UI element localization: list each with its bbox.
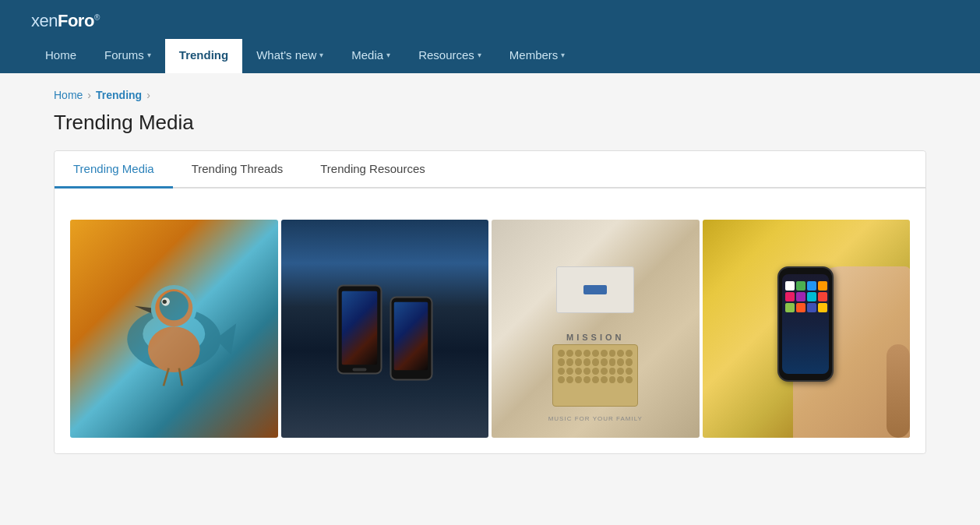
bird-illustration — [70, 220, 278, 438]
nav-item-forums[interactable]: Forums ▾ — [90, 39, 165, 73]
members-chevron-icon: ▾ — [561, 51, 565, 59]
media-item-iphone[interactable] — [703, 220, 911, 438]
nav-item-home[interactable]: Home — [31, 39, 90, 73]
trending-section: Trending Media Trending Threads Trending… — [54, 150, 926, 454]
forums-chevron-icon: ▾ — [147, 51, 151, 59]
logo-reg: ® — [94, 13, 100, 22]
page-container: Home › Trending › Trending Media Trendin… — [30, 73, 950, 470]
breadcrumb-home[interactable]: Home — [54, 89, 83, 101]
logo-part1: xen — [31, 11, 58, 30]
breadcrumb-current[interactable]: Trending — [96, 89, 142, 101]
breadcrumb: Home › Trending › — [54, 89, 926, 101]
svg-point-7 — [163, 300, 167, 304]
media-grid: MISSION MUSIC FOR YOUR FAMILY — [55, 204, 925, 453]
whats-new-chevron-icon: ▾ — [319, 51, 323, 59]
tabs-bar: Trending Media Trending Threads Trending… — [55, 151, 925, 189]
main-nav: Home Forums ▾ Trending What's new ▾ Medi… — [31, 39, 949, 73]
svg-point-4 — [160, 291, 189, 320]
breadcrumb-separator-2: › — [146, 89, 150, 101]
svg-point-8 — [148, 326, 200, 372]
media-chevron-icon: ▾ — [386, 51, 390, 59]
tab-trending-threads[interactable]: Trending Threads — [173, 151, 302, 189]
nav-item-resources[interactable]: Resources ▾ — [404, 39, 495, 73]
nav-item-members[interactable]: Members ▾ — [495, 39, 580, 73]
svg-marker-5 — [135, 306, 151, 313]
site-logo[interactable]: xenForo® — [31, 11, 949, 31]
logo-area: xenForo® — [31, 11, 949, 39]
resources-chevron-icon: ▾ — [478, 51, 481, 59]
media-item-phones[interactable] — [281, 220, 489, 438]
page-title: Trending Media — [54, 111, 926, 135]
site-header: xenForo® Home Forums ▾ Trending What's n… — [0, 0, 980, 73]
breadcrumb-separator-1: › — [87, 89, 91, 101]
nav-item-media[interactable]: Media ▾ — [337, 39, 404, 73]
phone-pair — [337, 277, 432, 381]
media-item-speaker[interactable]: MISSION MUSIC FOR YOUR FAMILY — [492, 220, 700, 438]
mission-label: MISSION — [566, 333, 624, 342]
tab-trending-media[interactable]: Trending Media — [55, 151, 173, 189]
svg-marker-9 — [216, 323, 237, 354]
logo-part2: Foro — [58, 11, 94, 30]
media-item-bird[interactable] — [70, 220, 278, 438]
product-tagline: MUSIC FOR YOUR FAMILY — [548, 415, 643, 422]
nav-item-trending[interactable]: Trending — [165, 39, 242, 73]
tab-trending-resources[interactable]: Trending Resources — [301, 151, 444, 189]
nav-item-whats-new[interactable]: What's new ▾ — [242, 39, 337, 73]
